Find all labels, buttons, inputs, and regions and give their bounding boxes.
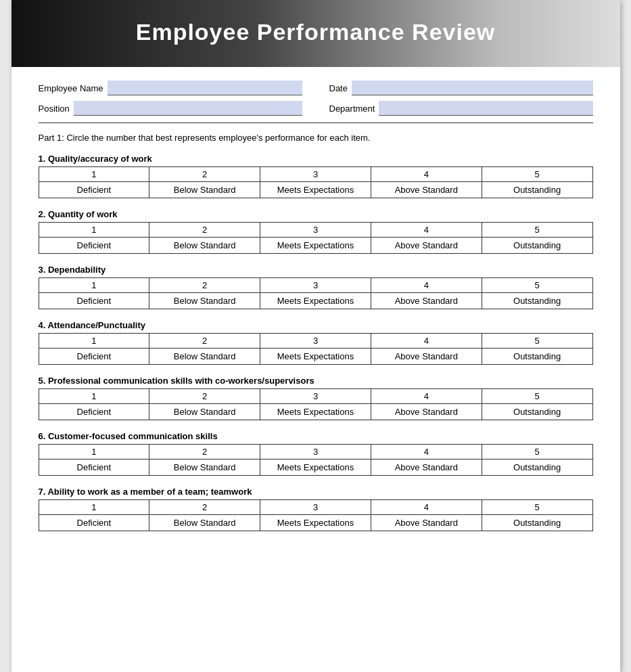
rating-desc-2[interactable]: Below Standard [149,293,260,309]
rating-number-5[interactable]: 5 [482,445,592,460]
rating-number-1[interactable]: 1 [39,445,149,460]
rating-desc-row: DeficientBelow StandardMeets Expectation… [39,293,592,309]
rating-number-4[interactable]: 4 [371,500,482,515]
rating-number-3[interactable]: 3 [260,389,371,404]
rating-desc-3[interactable]: Meets Expectations [260,404,371,420]
rating-desc-row: DeficientBelow StandardMeets Expectation… [39,349,592,365]
rating-number-3[interactable]: 3 [260,445,371,460]
rating-number-row: 12345 [39,334,592,349]
rating-number-2[interactable]: 2 [149,167,260,182]
rating-number-5[interactable]: 5 [482,334,592,349]
rating-desc-5[interactable]: Outstanding [482,404,592,420]
rating-number-3[interactable]: 3 [260,223,371,238]
page-header: Employee Performance Review [11,0,620,67]
rating-desc-2[interactable]: Below Standard [149,238,260,254]
department-pair: Department [329,101,593,116]
rating-desc-1[interactable]: Deficient [39,293,149,309]
rating-desc-5[interactable]: Outstanding [482,293,592,309]
rating-number-row: 12345 [39,223,592,238]
rating-desc-3[interactable]: Meets Expectations [260,460,371,476]
rating-desc-3[interactable]: Meets Expectations [260,182,371,198]
rating-section-4: 4. Attendance/Punctuality12345DeficientB… [39,320,593,365]
rating-desc-3[interactable]: Meets Expectations [260,515,371,531]
rating-desc-1[interactable]: Deficient [39,182,149,198]
rating-section-7: 7. Ability to work as a member of a team… [39,487,593,531]
rating-desc-5[interactable]: Outstanding [482,515,592,531]
rating-number-5[interactable]: 5 [482,500,592,515]
rating-desc-4[interactable]: Above Standard [371,293,482,309]
rating-desc-5[interactable]: Outstanding [482,238,592,254]
rating-desc-4[interactable]: Above Standard [371,460,482,476]
rating-desc-4[interactable]: Above Standard [371,238,482,254]
rating-number-1[interactable]: 1 [39,334,149,349]
rating-number-row: 12345 [39,445,592,460]
rating-desc-4[interactable]: Above Standard [371,515,482,531]
rating-number-2[interactable]: 2 [149,223,260,238]
rating-table-2: 12345DeficientBelow StandardMeets Expect… [39,222,593,254]
rating-title-3: 3. Dependability [39,265,593,275]
rating-number-4[interactable]: 4 [371,445,482,460]
rating-number-2[interactable]: 2 [149,500,260,515]
rating-number-1[interactable]: 1 [39,500,149,515]
rating-number-4[interactable]: 4 [371,389,482,404]
rating-number-1[interactable]: 1 [39,167,149,182]
rating-number-3[interactable]: 3 [260,167,371,182]
rating-desc-1[interactable]: Deficient [39,238,149,254]
rating-number-5[interactable]: 5 [482,389,592,404]
employee-name-field[interactable] [108,81,302,95]
rating-number-4[interactable]: 4 [371,167,482,182]
rating-number-1[interactable]: 1 [39,389,149,404]
rating-desc-2[interactable]: Below Standard [149,460,260,476]
rating-table-5: 12345DeficientBelow StandardMeets Expect… [39,388,593,420]
rating-number-3[interactable]: 3 [260,278,371,293]
rating-title-4: 4. Attendance/Punctuality [39,320,593,330]
rating-desc-3[interactable]: Meets Expectations [260,238,371,254]
position-field[interactable] [74,101,302,116]
info-section: Employee Name Date Position Department [39,81,593,116]
rating-desc-4[interactable]: Above Standard [371,182,482,198]
rating-number-1[interactable]: 1 [39,278,149,293]
rating-desc-5[interactable]: Outstanding [482,182,592,198]
rating-desc-row: DeficientBelow StandardMeets Expectation… [39,460,592,476]
rating-section-1: 1. Quality/accuracy of work12345Deficien… [39,154,593,198]
rating-desc-3[interactable]: Meets Expectations [260,349,371,365]
rating-number-4[interactable]: 4 [371,223,482,238]
rating-number-4[interactable]: 4 [371,278,482,293]
date-field[interactable] [352,81,593,95]
rating-number-2[interactable]: 2 [149,278,260,293]
rating-desc-2[interactable]: Below Standard [149,182,260,198]
rating-table-4: 12345DeficientBelow StandardMeets Expect… [39,333,593,365]
employee-name-pair: Employee Name [39,81,302,95]
rating-desc-4[interactable]: Above Standard [371,349,482,365]
rating-number-row: 12345 [39,278,592,293]
rating-title-1: 1. Quality/accuracy of work [39,154,593,164]
department-field[interactable] [379,101,592,116]
rating-desc-1[interactable]: Deficient [39,349,149,365]
rating-desc-2[interactable]: Below Standard [149,515,260,531]
info-row-position-dept: Position Department [39,101,593,116]
rating-desc-5[interactable]: Outstanding [482,349,592,365]
rating-number-2[interactable]: 2 [149,445,260,460]
rating-number-1[interactable]: 1 [39,223,149,238]
rating-desc-4[interactable]: Above Standard [371,404,482,420]
rating-number-4[interactable]: 4 [371,334,482,349]
rating-number-3[interactable]: 3 [260,334,371,349]
rating-desc-1[interactable]: Deficient [39,515,149,531]
rating-title-2: 2. Quantity of work [39,209,593,219]
rating-number-5[interactable]: 5 [482,167,592,182]
rating-desc-2[interactable]: Below Standard [149,404,260,420]
rating-number-5[interactable]: 5 [482,278,592,293]
rating-number-3[interactable]: 3 [260,500,371,515]
rating-number-2[interactable]: 2 [149,334,260,349]
rating-desc-3[interactable]: Meets Expectations [260,293,371,309]
rating-sections: 1. Quality/accuracy of work12345Deficien… [39,154,593,531]
rating-desc-5[interactable]: Outstanding [482,460,592,476]
rating-desc-1[interactable]: Deficient [39,404,149,420]
position-pair: Position [39,101,302,116]
rating-desc-2[interactable]: Below Standard [149,349,260,365]
rating-desc-1[interactable]: Deficient [39,460,149,476]
rating-number-2[interactable]: 2 [149,389,260,404]
rating-section-2: 2. Quantity of work12345DeficientBelow S… [39,209,593,254]
rating-desc-row: DeficientBelow StandardMeets Expectation… [39,404,592,420]
rating-number-5[interactable]: 5 [482,223,592,238]
